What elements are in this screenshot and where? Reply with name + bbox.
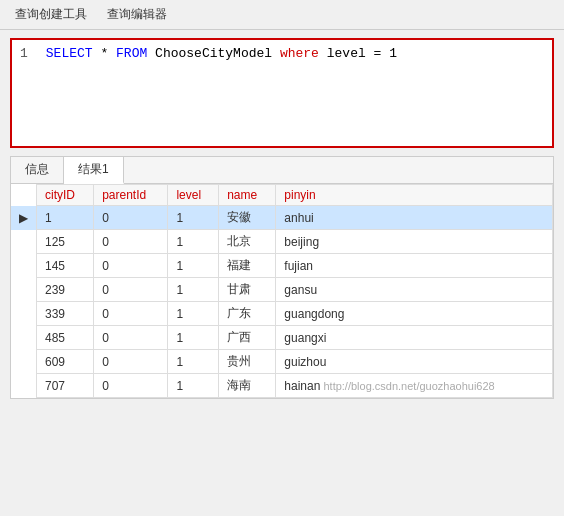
table-row[interactable]: ▶101安徽anhui — [11, 206, 553, 230]
cell-pinyin: guangxi — [276, 326, 553, 350]
cell-cityid: 707 — [37, 374, 94, 398]
sql-code: SELECT * FROM ChooseCityModel where leve… — [46, 46, 397, 61]
table-row[interactable]: 12501北京beijing — [11, 230, 553, 254]
cell-cityid: 339 — [37, 302, 94, 326]
table-row[interactable]: 33901广东guangdong — [11, 302, 553, 326]
menu-item-query-editor[interactable]: 查询编辑器 — [98, 3, 176, 26]
cell-pinyin: fujian — [276, 254, 553, 278]
table-row[interactable]: 23901甘肃gansu — [11, 278, 553, 302]
tab-result[interactable]: 结果1 — [64, 157, 124, 184]
col-header-cityid: cityID — [37, 185, 94, 206]
sql-editor[interactable]: 1 SELECT * FROM ChooseCityModel where le… — [10, 38, 554, 148]
table-row[interactable]: 60901贵州guizhou — [11, 350, 553, 374]
table-row[interactable]: 14501福建fujian — [11, 254, 553, 278]
cell-name: 贵州 — [219, 350, 276, 374]
row-indicator — [11, 350, 37, 374]
cell-cityid: 125 — [37, 230, 94, 254]
bottom-panel: 信息 结果1 cityID parentId level name pinyin… — [10, 156, 554, 399]
cell-parentid: 0 — [94, 374, 168, 398]
menu-item-query-builder[interactable]: 查询创建工具 — [6, 3, 96, 26]
row-indicator — [11, 230, 37, 254]
cell-name: 广东 — [219, 302, 276, 326]
table-row[interactable]: 70701海南hainan http://blog.csdn.net/guozh… — [11, 374, 553, 398]
cell-pinyin: guizhou — [276, 350, 553, 374]
row-indicator: ▶ — [11, 206, 37, 230]
cell-cityid: 239 — [37, 278, 94, 302]
cell-level: 1 — [168, 350, 219, 374]
cell-parentid: 0 — [94, 254, 168, 278]
cell-level: 1 — [168, 374, 219, 398]
cell-name: 广西 — [219, 326, 276, 350]
cell-parentid: 0 — [94, 302, 168, 326]
line-number: 1 — [20, 46, 38, 61]
menu-bar: 查询创建工具 查询编辑器 — [0, 0, 564, 30]
cell-cityid: 1 — [37, 206, 94, 230]
col-header-level: level — [168, 185, 219, 206]
cell-parentid: 0 — [94, 350, 168, 374]
cell-pinyin: hainan http://blog.csdn.net/guozhaohui62… — [276, 374, 553, 398]
cell-parentid: 0 — [94, 278, 168, 302]
cell-parentid: 0 — [94, 206, 168, 230]
cell-cityid: 145 — [37, 254, 94, 278]
cell-cityid: 485 — [37, 326, 94, 350]
cell-pinyin: guangdong — [276, 302, 553, 326]
row-indicator — [11, 278, 37, 302]
col-header-parentid: parentId — [94, 185, 168, 206]
cell-level: 1 — [168, 230, 219, 254]
col-header-pinyin: pinyin — [276, 185, 553, 206]
cell-name: 北京 — [219, 230, 276, 254]
results-table: cityID parentId level name pinyin ▶101安徽… — [11, 184, 553, 398]
row-indicator — [11, 254, 37, 278]
cell-cityid: 609 — [37, 350, 94, 374]
cell-level: 1 — [168, 254, 219, 278]
cell-level: 1 — [168, 326, 219, 350]
cell-name: 福建 — [219, 254, 276, 278]
cell-parentid: 0 — [94, 326, 168, 350]
cell-level: 1 — [168, 278, 219, 302]
col-header-name: name — [219, 185, 276, 206]
cell-parentid: 0 — [94, 230, 168, 254]
table-row[interactable]: 48501广西guangxi — [11, 326, 553, 350]
watermark: http://blog.csdn.net/guozhaohui628 — [320, 380, 494, 392]
row-indicator — [11, 374, 37, 398]
cell-name: 海南 — [219, 374, 276, 398]
cell-pinyin: gansu — [276, 278, 553, 302]
tabs: 信息 结果1 — [11, 157, 553, 184]
cell-name: 甘肃 — [219, 278, 276, 302]
row-indicator — [11, 302, 37, 326]
cell-name: 安徽 — [219, 206, 276, 230]
tab-info[interactable]: 信息 — [11, 157, 64, 183]
cell-pinyin: beijing — [276, 230, 553, 254]
cell-level: 1 — [168, 206, 219, 230]
cell-level: 1 — [168, 302, 219, 326]
cell-pinyin: anhui — [276, 206, 553, 230]
row-indicator — [11, 326, 37, 350]
